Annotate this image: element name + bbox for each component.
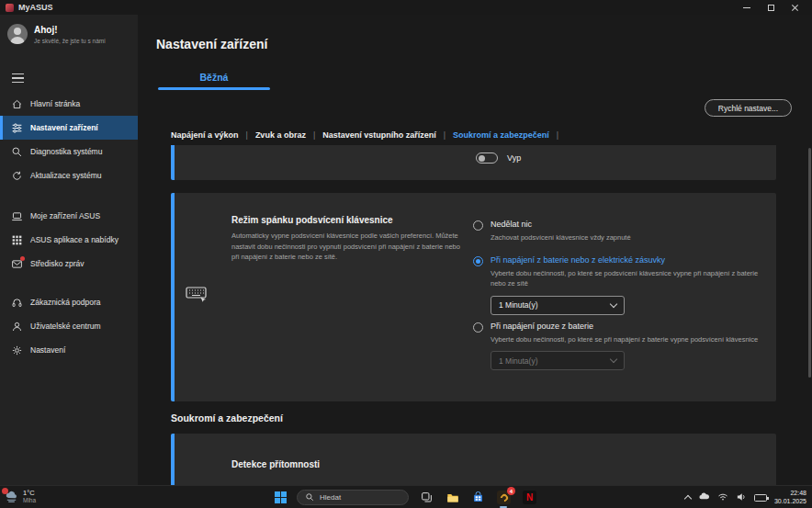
store-button[interactable] <box>470 490 486 505</box>
radio-option-battery-only[interactable]: Při napájení pouze z baterie Vyberte dob… <box>473 322 766 370</box>
task-view-button[interactable] <box>419 490 434 505</box>
myasus-window: MyASUS Ahoj! Je skvělé, že jste tu s nám… <box>0 0 812 508</box>
dropdown-value: 1 Minuta(y) <box>499 356 538 366</box>
weather-temp: 1°C <box>23 489 36 497</box>
subtab-audio-visual[interactable]: Zvuk a obraz <box>255 130 306 140</box>
card-title: Detekce přítomnosti <box>231 459 320 469</box>
myasus-taskbar-button[interactable]: 4 <box>496 490 512 505</box>
sidebar-item-my-device[interactable]: Moje zařízení ASUS <box>0 204 138 228</box>
toggle-row: Vyp <box>476 152 521 164</box>
sidebar-item-message-center[interactable]: Středisko zpráv <box>0 252 138 276</box>
subtab-power-performance[interactable]: Napájení a výkon <box>171 130 239 140</box>
keyboard-icon <box>186 285 208 307</box>
chevron-down-icon <box>610 356 617 363</box>
battery-icon[interactable] <box>754 494 767 502</box>
radio-option-battery-or-ac[interactable]: Při napájení z baterie nebo z elektrické… <box>473 255 766 315</box>
close-button[interactable] <box>783 0 806 15</box>
radio-option-do-nothing[interactable]: Nedělat nic Zachovat podsvícení klávesni… <box>473 220 766 243</box>
sidebar-item-label: Moje zařízení ASUS <box>30 211 100 220</box>
diagnostics-icon <box>11 146 23 158</box>
wifi-icon[interactable] <box>717 490 728 506</box>
sidebar-item-label: Středisko zpráv <box>30 259 85 268</box>
start-button[interactable] <box>275 491 287 503</box>
option-label: Při napájení z baterie nebo z elektrické… <box>491 255 766 265</box>
hidden-icons-chevron-icon[interactable] <box>684 494 692 502</box>
onedrive-cloud-icon[interactable] <box>698 490 710 506</box>
window-controls <box>735 0 806 15</box>
sidebar-item-label: Aktualizace systému <box>30 171 101 180</box>
quick-settings-button[interactable]: Rychlé nastave... <box>705 99 792 117</box>
sidebar: Ahoj! Je skvělé, že jste tu s námi Hlavn… <box>0 15 138 485</box>
greeting-title: Ahoj! <box>34 25 106 35</box>
home-icon <box>11 98 23 110</box>
clock-time: 22:48 <box>790 490 806 498</box>
message-badge <box>20 256 25 261</box>
sidebar-item-customer-support[interactable]: Zákaznická podpora <box>0 290 138 314</box>
sidebar-item-label: Hlavní stránka <box>30 99 80 108</box>
toggle-switch-off[interactable] <box>476 152 498 164</box>
greeting-subtitle: Je skvělé, že jste tu s námi <box>34 38 106 44</box>
minimize-button[interactable] <box>735 0 759 15</box>
dropdown-value: 1 Minuta(y) <box>499 300 538 310</box>
subnav-separator: | <box>246 130 248 140</box>
sidebar-item-diagnostics[interactable]: Diagnostika systému <box>0 140 138 164</box>
taskbar-weather-widget[interactable]: 1°C Mlha <box>5 489 36 504</box>
sidebar-item-system-update[interactable]: Aktualizace systému <box>0 164 138 187</box>
subnav-separator: | <box>444 130 445 140</box>
minimize-icon <box>743 7 750 8</box>
close-icon <box>791 4 799 12</box>
scrollbar-thumb[interactable] <box>808 148 811 378</box>
main-content: Nastavení zařízení Běžná Rychlé nastave.… <box>138 15 812 485</box>
card-description: Automaticky vypne podsvícení klávesnice … <box>231 231 465 263</box>
user-icon <box>11 321 23 333</box>
sidebar-item-settings[interactable]: Nastavení <box>0 338 138 362</box>
taskbar-center: Hledat 4 N <box>275 486 537 508</box>
radio-selected-icon[interactable] <box>473 256 483 266</box>
subtab-input-device[interactable]: Nastavení vstupního zařízení <box>322 130 436 140</box>
maximize-icon <box>768 5 774 11</box>
radio-icon[interactable] <box>473 322 483 333</box>
sliders-icon <box>11 122 23 134</box>
clock-date: 30.01.2025 <box>774 498 806 506</box>
titlebar: MyASUS <box>0 0 812 15</box>
taskbar: 1°C Mlha Hledat 4 <box>0 485 812 508</box>
headset-icon <box>11 297 23 309</box>
tab-general[interactable]: Běžná <box>158 72 270 83</box>
taskbar-clock[interactable]: 22:48 30.01.2025 <box>774 490 806 505</box>
subtab-privacy-security[interactable]: Soukromí a zabezpečení <box>453 130 549 140</box>
search-icon <box>305 492 314 503</box>
avatar[interactable] <box>7 24 28 44</box>
taskbar-search[interactable]: Hledat <box>297 490 409 505</box>
hamburger-menu-icon[interactable] <box>12 73 24 83</box>
system-tray: 22:48 30.01.2025 <box>685 486 806 508</box>
tab-active-underline <box>158 87 270 90</box>
sidebar-item-home[interactable]: Hlavní stránka <box>0 92 138 116</box>
netflix-button[interactable]: N <box>522 490 537 505</box>
option-label: Nedělat nic <box>491 220 766 229</box>
option-label: Při napájení pouze z baterie <box>491 322 766 331</box>
sidebar-item-device-settings[interactable]: Nastavení zařízení <box>0 116 138 140</box>
sidebar-item-label: Nastavení <box>30 345 65 355</box>
toggle-label: Vyp <box>507 153 521 163</box>
volume-icon[interactable] <box>736 490 747 506</box>
sidebar-item-label: Zákaznická podpora <box>30 298 101 307</box>
idle-time-dropdown[interactable]: 1 Minuta(y) <box>491 296 625 315</box>
page-title: Nastavení zařízení <box>156 37 267 51</box>
weather-condition: Mlha <box>23 497 36 504</box>
radio-icon[interactable] <box>473 220 483 231</box>
file-explorer-button[interactable] <box>445 490 460 505</box>
gear-icon <box>11 344 23 356</box>
myasus-logo-icon <box>6 4 14 12</box>
card-title: Režim spánku podsvícení klávesnice <box>231 215 393 225</box>
sidebar-item-apps-offers[interactable]: ASUS aplikace a nabídky <box>0 228 138 252</box>
update-icon <box>11 170 23 182</box>
maximize-button[interactable] <box>759 0 783 15</box>
myasus-badge: 4 <box>507 487 515 495</box>
sidebar-item-user-center[interactable]: Uživatelské centrum <box>0 314 138 338</box>
section-heading-privacy: Soukromí a zabezpečení <box>171 412 283 423</box>
option-sublabel: Vyberte dobu nečinnosti, po které se při… <box>491 334 766 344</box>
search-placeholder: Hledat <box>320 493 341 502</box>
greeting-block: Ahoj! Je skvělé, že jste tu s námi <box>7 24 106 44</box>
notification-badge <box>2 488 8 494</box>
option-sublabel: Zachovat podsvícení klávesnice vždy zapn… <box>491 232 766 243</box>
